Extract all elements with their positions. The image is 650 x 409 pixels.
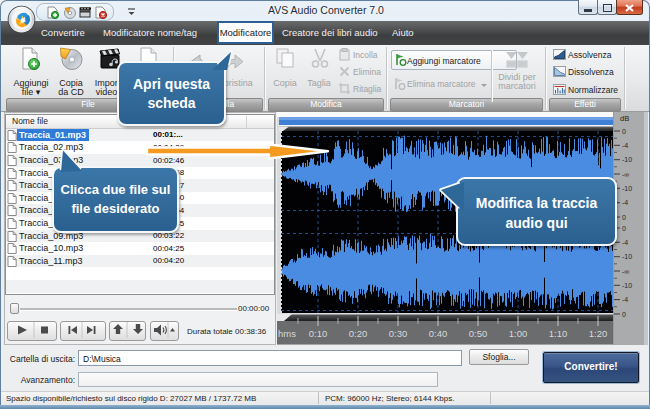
svg-text:-∞: -∞ <box>622 171 629 178</box>
svg-text:-4: -4 <box>622 142 628 149</box>
svg-text:-4: -4 <box>622 239 628 246</box>
svg-text:0: 0 <box>622 225 626 232</box>
svg-text:hms: hms <box>278 328 296 339</box>
svg-text:-∞: -∞ <box>622 268 629 275</box>
svg-text:0: 0 <box>622 214 626 221</box>
svg-text:0: 0 <box>622 128 626 135</box>
svg-text:-10: -10 <box>622 185 632 192</box>
svg-text:0:30: 0:30 <box>389 328 408 339</box>
svg-text:1:00: 1:00 <box>509 328 528 339</box>
svg-text:dB: dB <box>620 114 629 123</box>
svg-text:0: 0 <box>622 311 626 318</box>
svg-text:-10: -10 <box>622 253 632 260</box>
svg-text:1:20: 1:20 <box>589 328 608 339</box>
svg-text:0:10: 0:10 <box>309 328 328 339</box>
svg-text:0:50: 0:50 <box>469 328 488 339</box>
svg-text:-10: -10 <box>622 282 632 289</box>
svg-text:0:20: 0:20 <box>349 328 368 339</box>
svg-text:-4: -4 <box>622 199 628 206</box>
svg-text:1:10: 1:10 <box>549 328 568 339</box>
svg-text:0:40: 0:40 <box>429 328 448 339</box>
svg-text:-10: -10 <box>622 156 632 163</box>
svg-text:-4: -4 <box>622 296 628 303</box>
